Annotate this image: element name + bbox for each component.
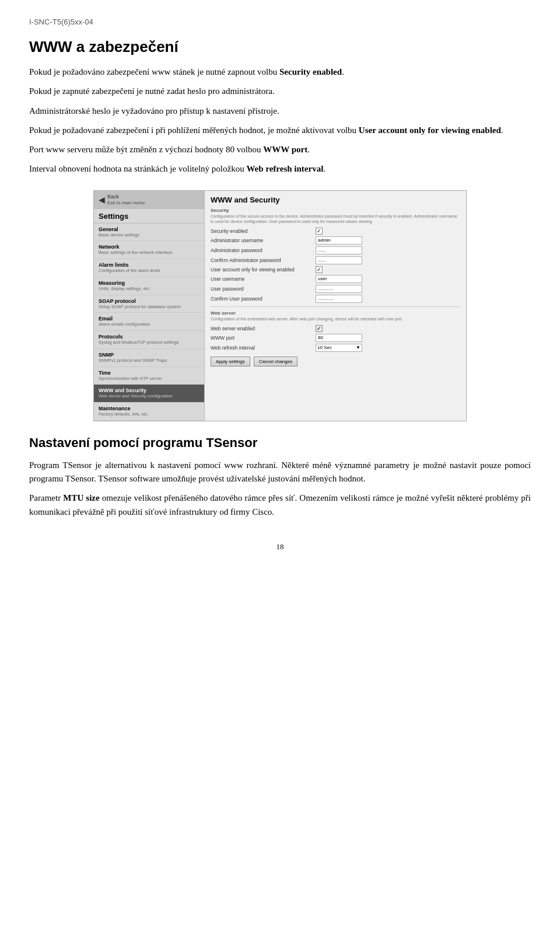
- input-admin-username[interactable]: admin: [316, 236, 362, 245]
- para-2: Pokud je zapnuté zabezpečení je nutné za…: [29, 85, 531, 98]
- para-5: Port www serveru může být změněn z výcho…: [29, 143, 531, 156]
- settings-sidebar: ◀ Back Exit to main menu Settings Genera…: [94, 191, 205, 421]
- back-subtitle: Exit to main menu: [107, 200, 145, 205]
- field-user-username: User username user: [211, 275, 460, 283]
- checkbox-web-server-enabled[interactable]: ✓: [316, 325, 323, 332]
- field-web-refresh-interval: Web refresh interval 10 Sec ▼: [211, 344, 460, 352]
- doc-id: I-SNC-T5(6)5xx-04: [29, 18, 93, 26]
- field-admin-password: Administrator password ......: [211, 246, 460, 254]
- button-row: Apply settings Cancel changes: [211, 357, 460, 366]
- content-title: WWW and Security: [211, 196, 460, 204]
- input-confirm-admin-password[interactable]: ......: [316, 256, 362, 264]
- checkbox-security-enabled[interactable]: ✓: [316, 228, 323, 235]
- field-security-enabled: Security enabled ✓: [211, 228, 460, 235]
- section2-title: Nastavení pomocí programu TSensor: [29, 435, 531, 451]
- sidebar-item-protocols[interactable]: Protocols Syslog and ModbusTCP protocol …: [94, 331, 204, 349]
- input-confirm-user-password[interactable]: ............: [316, 295, 362, 303]
- select-web-refresh-interval[interactable]: 10 Sec ▼: [316, 344, 362, 352]
- divider-1: [211, 306, 460, 307]
- sidebar-item-email[interactable]: Email Alarm emails configuration: [94, 313, 204, 331]
- field-www-port: WWW port 80: [211, 334, 460, 342]
- settings-content: WWW and Security Security Configuration …: [205, 191, 466, 421]
- sidebar-item-www-security[interactable]: WWW and Security Web server and Security…: [94, 385, 204, 403]
- security-section-desc: Configuration of the secure access to th…: [211, 214, 460, 224]
- sidebar-item-time[interactable]: Time Synchronization with NTP server: [94, 367, 204, 385]
- checkbox-user-viewing[interactable]: ✓: [316, 266, 323, 273]
- input-user-username[interactable]: user: [316, 275, 362, 283]
- input-user-password[interactable]: ............: [316, 285, 362, 293]
- sidebar-title: Settings: [94, 209, 204, 224]
- sidebar-item-measuring[interactable]: Measuring Units, display settings, etc.: [94, 277, 204, 295]
- field-web-server-enabled: Web server enabled ✓: [211, 325, 460, 332]
- screenshot: ◀ Back Exit to main menu Settings Genera…: [93, 190, 467, 421]
- field-user-account-viewing: User account only for viewing enabled ✓: [211, 266, 460, 273]
- apply-settings-button[interactable]: Apply settings: [211, 357, 250, 366]
- field-confirm-admin-password: Confirm Administrator password ......: [211, 256, 460, 264]
- section1-title: WWW a zabezpečení: [29, 38, 531, 56]
- security-section-label: Security: [211, 208, 460, 213]
- input-admin-password[interactable]: ......: [316, 246, 362, 254]
- dropdown-arrow-icon: ▼: [356, 345, 360, 350]
- back-arrow-icon: ◀: [99, 196, 105, 204]
- page-number: 18: [29, 542, 531, 551]
- sidebar-item-snmp[interactable]: SNMP SNMPv1 protocol and SNMP Traps: [94, 349, 204, 367]
- para-3: Administrátorské heslo je vyžadováno pro…: [29, 104, 531, 118]
- back-label: Back: [107, 194, 119, 200]
- para-4: Pokud je požadované zabezpečení i při po…: [29, 124, 531, 137]
- field-admin-username: Administrator username admin: [211, 236, 460, 245]
- web-server-section-desc: Configuration of the embedded web server…: [211, 316, 460, 322]
- input-www-port[interactable]: 80: [316, 334, 362, 342]
- sidebar-item-general[interactable]: General Basic device settings: [94, 224, 204, 242]
- section2-para-1: Program TSensor je alternativou k nastav…: [29, 459, 531, 486]
- field-confirm-user-password: Confirm User password ............: [211, 295, 460, 303]
- para-6: Interval obnovení hodnota na stránkách j…: [29, 162, 531, 176]
- cancel-changes-button[interactable]: Cancel changes: [254, 357, 298, 366]
- doc-header: I-SNC-T5(6)5xx-04: [29, 18, 531, 26]
- sidebar-item-network[interactable]: Network Basic settings of the network in…: [94, 241, 204, 259]
- field-user-password: User password ............: [211, 285, 460, 293]
- sidebar-item-alarm-limits[interactable]: Alarm limits Configuration of the alarm …: [94, 259, 204, 277]
- web-server-section-label: Web server: [211, 310, 460, 316]
- section2-para-2: Parametr MTU size omezuje velikost přená…: [29, 491, 531, 519]
- sidebar-item-soap[interactable]: SOAP protocol Setup SOAP protocol for da…: [94, 295, 204, 313]
- sidebar-item-maintenance[interactable]: Maintenance Factory defaults, info, etc.: [94, 403, 204, 421]
- sidebar-back[interactable]: ◀ Back Exit to main menu: [94, 191, 204, 209]
- para-1: Pokud je požadováno zabezpečení www stán…: [29, 65, 531, 79]
